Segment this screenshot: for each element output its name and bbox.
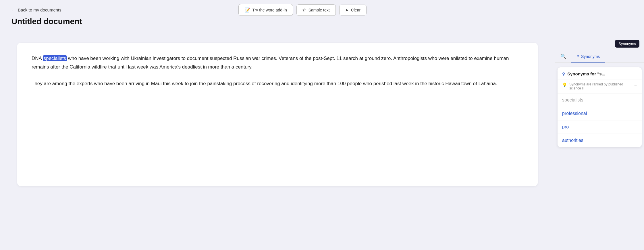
paragraph-1: DNA specialists who have been working wi…	[32, 54, 523, 71]
synonyms-fork-icon: ⚲	[562, 72, 565, 76]
synonyms-panel: ⚲ Synonyms for "s... 💡 Synonyms are rank…	[558, 67, 642, 147]
document-area: DNA specialists who have been working wi…	[0, 37, 555, 250]
clear-button[interactable]: ➤ Clear	[339, 5, 367, 15]
back-link-label: Back to my documents	[18, 7, 61, 12]
bulb-icon: 💡	[562, 83, 567, 87]
star-icon: ✩	[302, 7, 306, 13]
tab-bar: 🔍 ⚲ Synonyms	[555, 51, 644, 63]
header-top: ← Back to my documents 📝 Try the word ad…	[0, 0, 644, 16]
synonym-label-authorities: authorities	[562, 138, 583, 143]
sample-text-label: Sample text	[308, 8, 330, 12]
synonyms-panel-title: Synonyms for "s...	[567, 71, 605, 76]
synonym-item-professional[interactable]: professional	[558, 107, 642, 120]
clear-label: Clear	[351, 8, 360, 12]
word-addin-button[interactable]: 📝 Try the word add-in	[238, 4, 293, 16]
synonym-item-authorities[interactable]: authorities	[558, 134, 642, 147]
synonym-item-pro[interactable]: pro	[558, 120, 642, 134]
synonym-label-pro: pro	[562, 124, 569, 129]
sample-text-button[interactable]: ✩ Sample text	[296, 4, 336, 16]
search-icon: 🔍	[560, 54, 566, 59]
fork-icon: ⚲	[576, 54, 579, 59]
synonyms-title-text: Synonyms for "s	[567, 71, 602, 76]
right-panel: Synonyms 🔍 ⚲ Synonyms ⚲ Synonyms for "s.…	[555, 37, 644, 250]
synonym-item-specialists[interactable]: specialists	[558, 93, 642, 107]
word-addin-label: Try the word add-in	[252, 8, 287, 12]
synonyms-note-text: Synonyms are ranked by published science…	[569, 82, 632, 90]
title-row: Untitled document	[0, 16, 644, 37]
synonyms-panel-header: ⚲ Synonyms for "s...	[558, 67, 642, 79]
main-area: DNA specialists who have been working wi…	[0, 37, 644, 250]
synonym-label-specialists: specialists	[562, 97, 583, 102]
synonym-label-professional: professional	[562, 111, 587, 116]
back-link[interactable]: ← Back to my documents	[11, 7, 61, 13]
highlighted-word[interactable]: specialists	[43, 55, 67, 61]
send-icon: ➤	[345, 8, 349, 12]
word-icon: 📝	[244, 7, 250, 13]
tab-synonyms-label: Synonyms	[581, 54, 600, 59]
tab-synonyms[interactable]: ⚲ Synonyms	[571, 51, 605, 62]
document-title: Untitled document	[11, 17, 633, 26]
synonyms-note: 💡 Synonyms are ranked by published scien…	[558, 79, 642, 93]
header-toolbar: 📝 Try the word add-in ✩ Sample text ➤ Cl…	[238, 4, 367, 16]
synonyms-tooltip: Synonyms	[615, 40, 639, 48]
tab-search[interactable]: 🔍	[555, 51, 571, 62]
document-text: DNA specialists who have been working wi…	[32, 54, 523, 88]
paragraph-2: They are among the experts who have been…	[32, 79, 523, 88]
back-arrow-icon: ←	[11, 7, 16, 13]
document-card: DNA specialists who have been working wi…	[17, 43, 538, 186]
